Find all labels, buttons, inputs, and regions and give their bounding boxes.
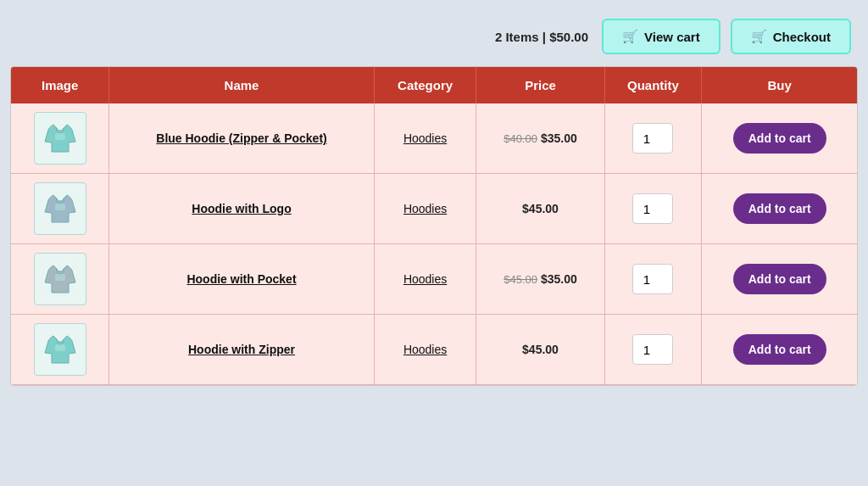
product-buy-cell: Add to cart [702,244,857,315]
col-name: Name [109,67,374,103]
col-price: Price [476,67,604,103]
product-image-cell [11,315,109,385]
quantity-input[interactable] [632,264,673,294]
product-category-cell: Hoodies [374,103,476,174]
product-image-cell [11,174,109,244]
quantity-input[interactable] [632,334,673,365]
product-buy-cell: Add to cart [702,174,857,244]
top-bar: 2 Items | $50.00 🛒 View cart 🛒 Checkout [10,10,858,66]
view-cart-button[interactable]: 🛒 View cart [602,19,721,54]
price-new: $35.00 [541,272,577,286]
checkout-button[interactable]: 🛒 Checkout [731,19,851,54]
product-name-cell: Hoodie with Zipper [109,315,374,385]
product-price-cell: $45.00$35.00 [476,244,604,315]
product-name-link[interactable]: Hoodie with Logo [192,202,291,215]
checkout-icon: 🛒 [751,29,767,44]
product-image [34,182,86,235]
product-price-cell: $40.00$35.00 [476,103,604,174]
table-row: Blue Hoodie (Zipper & Pocket)Hoodies$40.… [11,103,857,174]
cart-summary: 2 Items | $50.00 [495,30,588,44]
product-price-cell: $45.00 [476,315,604,385]
product-quantity-cell [604,244,702,315]
product-category-cell: Hoodies [374,244,476,315]
products-table: Image Name Category Price Quantity Buy B… [11,67,857,385]
product-category-cell: Hoodies [374,174,476,244]
col-quantity: Quantity [604,67,702,103]
products-table-wrap: Image Name Category Price Quantity Buy B… [10,66,858,386]
product-image [34,253,86,305]
svg-rect-2 [55,274,65,281]
add-to-cart-button[interactable]: Add to cart [733,193,826,224]
cart-icon: 🛒 [622,29,638,44]
product-quantity-cell [604,103,702,174]
product-name-cell: Blue Hoodie (Zipper & Pocket) [109,103,374,174]
add-to-cart-button[interactable]: Add to cart [733,123,826,154]
table-header-row: Image Name Category Price Quantity Buy [11,67,857,103]
product-name-cell: Hoodie with Logo [109,174,374,244]
product-name-link[interactable]: Blue Hoodie (Zipper & Pocket) [156,131,326,145]
svg-rect-3 [55,344,65,351]
product-buy-cell: Add to cart [702,103,857,174]
product-name-link[interactable]: Hoodie with Zipper [188,343,295,356]
product-image-cell [11,103,109,174]
col-image: Image [11,67,109,103]
product-quantity-cell [604,315,702,385]
add-to-cart-button[interactable]: Add to cart [733,264,826,294]
col-buy: Buy [702,67,857,103]
product-image [34,112,86,165]
product-name-link[interactable]: Hoodie with Pocket [186,272,296,286]
add-to-cart-button[interactable]: Add to cart [733,334,826,365]
quantity-input[interactable] [632,123,673,154]
table-row: Hoodie with LogoHoodies$45.00Add to cart [11,174,857,244]
price-new: $35.00 [541,131,577,145]
price-old: $45.00 [504,273,537,286]
price-normal: $45.00 [522,202,559,215]
table-row: Hoodie with ZipperHoodies$45.00Add to ca… [11,315,857,385]
table-row: Hoodie with PocketHoodies$45.00$35.00Add… [11,244,857,315]
product-buy-cell: Add to cart [702,315,857,385]
category-link[interactable]: Hoodies [403,202,447,215]
price-old: $40.00 [504,132,537,145]
product-price-cell: $45.00 [476,174,604,244]
product-image-cell [11,244,109,315]
col-category: Category [374,67,476,103]
category-link[interactable]: Hoodies [403,343,447,356]
product-quantity-cell [604,174,702,244]
svg-rect-0 [55,133,65,140]
price-normal: $45.00 [522,343,559,356]
product-category-cell: Hoodies [374,315,476,385]
category-link[interactable]: Hoodies [403,131,447,145]
svg-rect-1 [55,204,65,210]
category-link[interactable]: Hoodies [403,272,447,286]
product-image [34,323,86,376]
quantity-input[interactable] [632,193,673,224]
product-name-cell: Hoodie with Pocket [109,244,374,315]
